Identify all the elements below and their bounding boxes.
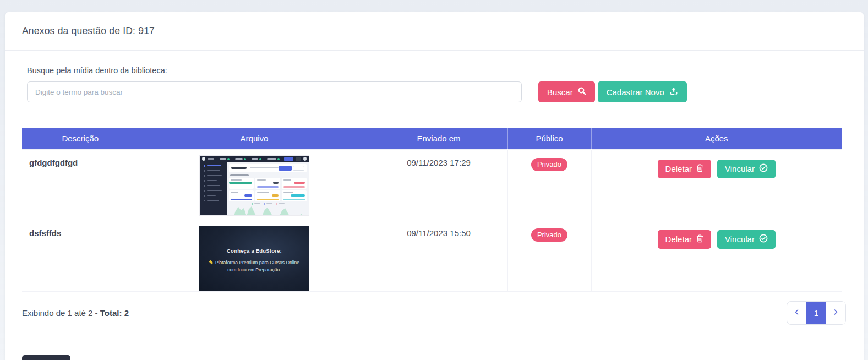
- cadastrar-novo-button[interactable]: Cadastrar Novo: [598, 81, 687, 102]
- actions-cell: Deletar Vincular: [591, 149, 842, 220]
- sent-at-cell: 09/11/2023 17:29: [370, 149, 507, 220]
- promo-heading: Conheça a EduStore:: [199, 248, 309, 254]
- sent-at-cell: 09/11/2023 15:50: [370, 220, 507, 291]
- column-header-enviado-em: Enviado em: [370, 128, 507, 149]
- upload-icon: [669, 87, 678, 97]
- attachments-panel: Anexos da questão de ID: 917 Busque pela…: [5, 12, 864, 360]
- table-row: dsfsffds Conheça a EduStore: Plataforma …: [22, 220, 842, 291]
- table-row: gfdgdfgdfgd: [22, 149, 842, 220]
- status-badge: Privado: [531, 158, 567, 172]
- pagination-prev-button[interactable]: [787, 302, 806, 324]
- vincular-button-label: Vincular: [725, 164, 755, 173]
- results-summary: Exibindo de 1 até 2 - Total: 2: [22, 308, 129, 318]
- buscar-button[interactable]: Buscar: [538, 81, 595, 102]
- deletar-button-label: Deletar: [665, 164, 692, 173]
- page-title: Anexos da questão de ID: 917: [22, 25, 155, 37]
- table-header-row: Descrição Arquivo Enviado em Público Açõ…: [22, 128, 842, 149]
- deletar-button[interactable]: Deletar: [658, 230, 711, 249]
- panel-header: Anexos da questão de ID: 917: [5, 12, 864, 51]
- attachment-thumbnail-promo[interactable]: Conheça a EduStore: Plataforma Premium p…: [199, 226, 309, 291]
- thumb-topbar: [200, 156, 309, 162]
- attachment-thumbnail-dashboard[interactable]: [199, 155, 309, 216]
- attachments-table: Descrição Arquivo Enviado em Público Açõ…: [22, 128, 842, 292]
- column-header-publico: Público: [507, 128, 591, 149]
- pagination-page-1[interactable]: 1: [806, 302, 826, 324]
- trash-icon: [696, 164, 703, 174]
- description-cell: dsfsffds: [22, 220, 139, 291]
- promo-text-line: Plataforma Premium para Cursos Online: [215, 260, 299, 265]
- description-cell: gfdgdfgdfgd: [22, 149, 139, 220]
- results-summary-prefix: Exibindo de 1 até 2 -: [22, 308, 100, 318]
- cadastrar-novo-button-label: Cadastrar Novo: [607, 88, 664, 97]
- chevron-right-icon: [832, 308, 839, 318]
- vincular-button[interactable]: Vincular: [717, 230, 776, 249]
- pagination-next-button[interactable]: [826, 302, 845, 324]
- check-circle-icon: [759, 163, 768, 174]
- search-input[interactable]: [27, 81, 522, 102]
- status-badge: Privado: [531, 228, 567, 242]
- column-header-descricao: Descrição: [22, 128, 139, 149]
- pagination: 1: [787, 301, 846, 325]
- actions-cell: Deletar Vincular: [591, 220, 842, 291]
- dashed-separator-bottom: [22, 346, 842, 346]
- back-button[interactable]: [22, 355, 70, 360]
- search-label: Busque pela mídia dentro da biblioteca:: [27, 66, 842, 75]
- dashed-separator-top: [22, 116, 842, 116]
- results-summary-total: Total: 2: [100, 308, 129, 318]
- thumb-area-chart: [231, 205, 305, 216]
- column-header-acoes: Ações: [591, 128, 842, 149]
- vincular-button-label: Vincular: [725, 234, 755, 244]
- search-row: Buscar Cadastrar Novo: [27, 81, 842, 102]
- buscar-button-label: Buscar: [547, 88, 573, 97]
- thumb-sidebar: [200, 162, 227, 215]
- file-cell: Conheça a EduStore: Plataforma Premium p…: [139, 220, 370, 291]
- check-circle-icon: [759, 234, 768, 244]
- deletar-button-label: Deletar: [665, 234, 692, 244]
- chevron-left-icon: [794, 308, 800, 318]
- visibility-cell: Privado: [507, 220, 591, 291]
- magnifier-icon: [578, 87, 586, 97]
- vincular-button[interactable]: Vincular: [717, 160, 776, 178]
- deletar-button[interactable]: Deletar: [658, 160, 711, 178]
- visibility-cell: Privado: [507, 149, 591, 220]
- file-cell: [139, 149, 370, 220]
- promo-text-line: com foco em Preparação.: [227, 267, 281, 272]
- trash-icon: [696, 234, 703, 244]
- column-header-arquivo: Arquivo: [139, 128, 370, 149]
- graduation-cap-icon: [209, 260, 214, 264]
